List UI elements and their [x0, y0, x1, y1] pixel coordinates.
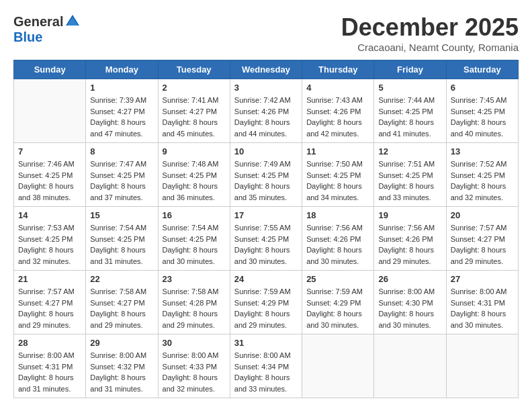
- calendar-cell: 3Sunrise: 7:42 AMSunset: 4:26 PMDaylight…: [230, 79, 302, 143]
- logo-general: General: [13, 14, 63, 30]
- day-info: Sunrise: 8:00 AMSunset: 4:33 PMDaylight:…: [163, 350, 226, 394]
- day-number: 18: [306, 210, 369, 220]
- calendar-cell: [302, 334, 374, 398]
- calendar-cell: 15Sunrise: 7:54 AMSunset: 4:25 PMDayligh…: [86, 207, 158, 271]
- day-number: 19: [378, 210, 441, 220]
- day-number: 4: [306, 83, 369, 93]
- day-info: Sunrise: 7:58 AMSunset: 4:28 PMDaylight:…: [163, 286, 226, 330]
- day-number: 25: [306, 274, 369, 284]
- day-number: 26: [378, 274, 441, 284]
- calendar-cell: 29Sunrise: 8:00 AMSunset: 4:32 PMDayligh…: [86, 334, 158, 398]
- calendar-cell: 27Sunrise: 8:00 AMSunset: 4:31 PMDayligh…: [446, 271, 518, 334]
- column-header-saturday: Saturday: [446, 60, 518, 79]
- day-number: 24: [234, 274, 298, 284]
- day-info: Sunrise: 8:00 AMSunset: 4:31 PMDaylight:…: [18, 350, 81, 394]
- logo-icon: [64, 13, 81, 30]
- month-title: December 2025: [341, 13, 519, 42]
- calendar-cell: 23Sunrise: 7:58 AMSunset: 4:28 PMDayligh…: [158, 271, 230, 334]
- calendar-cell: 11Sunrise: 7:50 AMSunset: 4:25 PMDayligh…: [302, 143, 374, 207]
- day-number: 30: [163, 338, 226, 348]
- day-number: 7: [18, 146, 81, 156]
- day-number: 20: [451, 210, 514, 220]
- day-info: Sunrise: 7:56 AMSunset: 4:26 PMDaylight:…: [378, 222, 441, 267]
- calendar-cell: 4Sunrise: 7:43 AMSunset: 4:26 PMDaylight…: [302, 79, 374, 143]
- title-area: December 2025 Cracaoani, Neamt County, R…: [341, 13, 519, 53]
- day-number: 1: [90, 83, 153, 93]
- calendar-cell: 26Sunrise: 8:00 AMSunset: 4:30 PMDayligh…: [374, 271, 446, 334]
- calendar-cell: 9Sunrise: 7:48 AMSunset: 4:25 PMDaylight…: [158, 143, 230, 207]
- calendar-cell: 22Sunrise: 7:58 AMSunset: 4:27 PMDayligh…: [86, 271, 158, 334]
- day-number: 5: [378, 83, 441, 93]
- day-number: 8: [90, 146, 153, 156]
- calendar-cell: 6Sunrise: 7:45 AMSunset: 4:25 PMDaylight…: [446, 79, 518, 143]
- calendar-week-row: 28Sunrise: 8:00 AMSunset: 4:31 PMDayligh…: [14, 334, 519, 398]
- day-number: 17: [234, 210, 298, 220]
- calendar-cell: 16Sunrise: 7:54 AMSunset: 4:25 PMDayligh…: [158, 207, 230, 271]
- calendar-cell: 18Sunrise: 7:56 AMSunset: 4:26 PMDayligh…: [302, 207, 374, 271]
- day-number: 23: [163, 274, 226, 284]
- calendar-cell: [446, 334, 518, 398]
- calendar-cell: 12Sunrise: 7:51 AMSunset: 4:25 PMDayligh…: [374, 143, 446, 207]
- day-info: Sunrise: 7:41 AMSunset: 4:27 PMDaylight:…: [163, 95, 226, 139]
- day-info: Sunrise: 7:42 AMSunset: 4:26 PMDaylight:…: [234, 95, 298, 139]
- location-subtitle: Cracaoani, Neamt County, Romania: [341, 42, 519, 53]
- column-header-monday: Monday: [86, 60, 158, 79]
- calendar-week-row: 21Sunrise: 7:57 AMSunset: 4:27 PMDayligh…: [14, 271, 519, 334]
- day-number: 16: [163, 210, 226, 220]
- day-info: Sunrise: 7:45 AMSunset: 4:25 PMDaylight:…: [451, 95, 514, 139]
- logo: General Blue: [13, 13, 81, 45]
- calendar-cell: 13Sunrise: 7:52 AMSunset: 4:25 PMDayligh…: [446, 143, 518, 207]
- day-info: Sunrise: 7:59 AMSunset: 4:29 PMDaylight:…: [234, 286, 298, 330]
- calendar-cell: 17Sunrise: 7:55 AMSunset: 4:25 PMDayligh…: [230, 207, 302, 271]
- calendar-cell: [374, 334, 446, 398]
- day-number: 31: [234, 338, 298, 348]
- day-number: 9: [163, 146, 226, 156]
- page-header: General Blue December 2025 Cracaoani, Ne…: [13, 13, 519, 53]
- day-number: 22: [90, 274, 153, 284]
- day-info: Sunrise: 8:00 AMSunset: 4:34 PMDaylight:…: [234, 350, 298, 394]
- day-number: 27: [451, 274, 514, 284]
- day-number: 3: [234, 83, 298, 93]
- day-number: 29: [90, 338, 153, 348]
- day-info: Sunrise: 7:54 AMSunset: 4:25 PMDaylight:…: [90, 222, 153, 267]
- calendar-cell: 2Sunrise: 7:41 AMSunset: 4:27 PMDaylight…: [158, 79, 230, 143]
- day-info: Sunrise: 8:00 AMSunset: 4:31 PMDaylight:…: [451, 286, 514, 330]
- day-number: 13: [451, 146, 514, 156]
- logo-blue: Blue: [13, 30, 42, 45]
- calendar-table: SundayMondayTuesdayWednesdayThursdayFrid…: [13, 60, 519, 398]
- calendar-cell: 14Sunrise: 7:53 AMSunset: 4:25 PMDayligh…: [14, 207, 86, 271]
- day-info: Sunrise: 7:59 AMSunset: 4:29 PMDaylight:…: [306, 286, 369, 330]
- day-info: Sunrise: 8:00 AMSunset: 4:32 PMDaylight:…: [90, 350, 153, 394]
- day-info: Sunrise: 7:52 AMSunset: 4:25 PMDaylight:…: [451, 158, 514, 203]
- day-info: Sunrise: 7:55 AMSunset: 4:25 PMDaylight:…: [234, 222, 298, 267]
- day-info: Sunrise: 7:58 AMSunset: 4:27 PMDaylight:…: [90, 286, 153, 330]
- day-number: 12: [378, 146, 441, 156]
- day-info: Sunrise: 7:56 AMSunset: 4:26 PMDaylight:…: [306, 222, 369, 267]
- day-info: Sunrise: 7:48 AMSunset: 4:25 PMDaylight:…: [163, 158, 226, 203]
- calendar-cell: 20Sunrise: 7:57 AMSunset: 4:27 PMDayligh…: [446, 207, 518, 271]
- day-number: 14: [18, 210, 81, 220]
- calendar-header-row: SundayMondayTuesdayWednesdayThursdayFrid…: [14, 60, 519, 79]
- day-info: Sunrise: 7:51 AMSunset: 4:25 PMDaylight:…: [378, 158, 441, 203]
- column-header-friday: Friday: [374, 60, 446, 79]
- day-info: Sunrise: 7:39 AMSunset: 4:27 PMDaylight:…: [90, 95, 153, 139]
- day-info: Sunrise: 7:43 AMSunset: 4:26 PMDaylight:…: [306, 95, 369, 139]
- calendar-cell: 10Sunrise: 7:49 AMSunset: 4:25 PMDayligh…: [230, 143, 302, 207]
- day-number: 28: [18, 338, 81, 348]
- calendar-cell: 21Sunrise: 7:57 AMSunset: 4:27 PMDayligh…: [14, 271, 86, 334]
- calendar-cell: 30Sunrise: 8:00 AMSunset: 4:33 PMDayligh…: [158, 334, 230, 398]
- column-header-wednesday: Wednesday: [230, 60, 302, 79]
- day-info: Sunrise: 7:44 AMSunset: 4:25 PMDaylight:…: [378, 95, 441, 139]
- day-number: 2: [163, 83, 226, 93]
- calendar-cell: 25Sunrise: 7:59 AMSunset: 4:29 PMDayligh…: [302, 271, 374, 334]
- calendar-week-row: 7Sunrise: 7:46 AMSunset: 4:25 PMDaylight…: [14, 143, 519, 207]
- calendar-cell: 5Sunrise: 7:44 AMSunset: 4:25 PMDaylight…: [374, 79, 446, 143]
- calendar-cell: [14, 79, 86, 143]
- calendar-week-row: 1Sunrise: 7:39 AMSunset: 4:27 PMDaylight…: [14, 79, 519, 143]
- column-header-thursday: Thursday: [302, 60, 374, 79]
- day-info: Sunrise: 7:57 AMSunset: 4:27 PMDaylight:…: [18, 286, 81, 330]
- calendar-cell: 1Sunrise: 7:39 AMSunset: 4:27 PMDaylight…: [86, 79, 158, 143]
- column-header-sunday: Sunday: [14, 60, 86, 79]
- day-number: 6: [451, 83, 514, 93]
- day-info: Sunrise: 7:53 AMSunset: 4:25 PMDaylight:…: [18, 222, 81, 267]
